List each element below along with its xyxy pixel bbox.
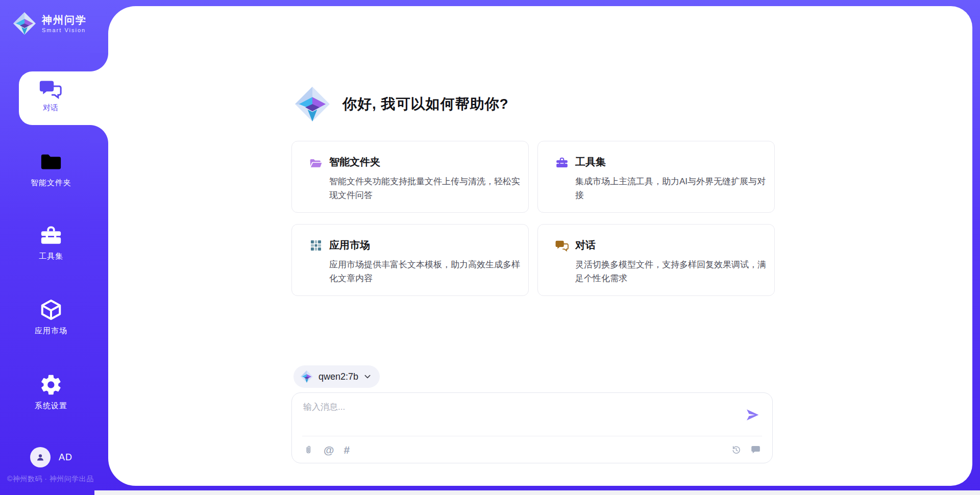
chat-bubbles-icon [555,239,569,252]
gem-logo-icon [293,85,331,123]
card-title: 工具集 [575,155,606,169]
model-selector[interactable]: qwen2:7b [293,365,380,388]
message-input[interactable] [303,401,727,431]
greeting: 你好, 我可以如何帮助你? [293,85,509,123]
sidebar-item-toolset[interactable]: 工具集 [0,224,102,261]
message-composer: @ # [291,392,773,463]
sidebar-item-label: 系统设置 [35,401,67,411]
cube-icon [39,298,63,321]
brand-subtitle: Smart Vision [42,27,87,33]
gem-logo-icon [300,370,313,383]
send-icon [745,407,760,423]
sidebar-item-chat[interactable]: 对话 [19,71,108,125]
card-app-market[interactable]: 应用市场 应用市场提供丰富长文本模板，助力高效生成多样化文章内容 [291,224,529,296]
chevron-down-icon [363,373,372,381]
at-mention-icon[interactable]: @ [324,444,334,455]
card-smart-folder[interactable]: 智能文件夹 智能文件夹功能支持批量文件上传与清洗，轻松实现文件问答 [291,141,529,213]
user-initials: AD [59,452,72,463]
person-icon [35,452,46,463]
sidebar-item-label: 应用市场 [35,326,67,336]
hash-topic-icon[interactable]: # [344,444,350,455]
avatar [30,447,51,467]
toolbox-icon [39,224,63,247]
user-account[interactable]: AD [30,447,72,467]
sidebar-item-label: 智能文件夹 [31,178,71,188]
sidebar-item-system-settings[interactable]: 系统设置 [0,373,102,411]
card-title: 应用市场 [329,238,370,252]
chat-icon [39,78,62,100]
card-description: 应用市场提供丰富长文本模板，助力高效生成多样化文章内容 [329,258,527,285]
folder-open-icon [309,156,323,168]
card-description: 集成市场上主流工具，助力AI与外界无缝扩展与对接 [575,175,773,202]
gem-logo-icon [12,11,37,36]
grid-tiles-icon [309,239,323,252]
brand-logo: 神州问学 Smart Vision [12,11,87,36]
card-title: 对话 [575,238,596,252]
history-icon[interactable] [731,444,742,455]
card-title: 智能文件夹 [329,155,380,169]
card-description: 智能文件夹功能支持批量文件上传与清洗，轻松实现文件问答 [329,175,527,202]
feature-cards: 智能文件夹 智能文件夹功能支持批量文件上传与清洗，轻松实现文件问答 工具集 集成… [291,141,775,296]
horizontal-scrollbar[interactable] [94,490,980,495]
briefcase-icon [555,156,569,168]
copyright-footer: ©神州数码 · 神州问学出品 [7,475,109,484]
card-chat[interactable]: 对话 灵活切换多模型文件，支持多样回复效果调试，满足个性化需求 [537,224,775,296]
send-button[interactable] [745,406,762,424]
folder-icon [39,150,63,174]
card-description: 灵活切换多模型文件，支持多样回复效果调试，满足个性化需求 [575,258,773,285]
sidebar-item-label: 对话 [43,103,58,113]
sidebar-item-label: 工具集 [39,252,63,261]
sidebar-item-app-market[interactable]: 应用市场 [0,298,102,336]
card-toolset[interactable]: 工具集 集成市场上主流工具，助力AI与外界无缝扩展与对接 [537,141,775,213]
composer-toolbar: @ # [303,436,761,463]
brand-name: 神州问学 [42,14,87,26]
attachment-paperclip-icon[interactable] [303,444,314,455]
greeting-text: 你好, 我可以如何帮助你? [342,94,509,114]
gear-icon [39,373,63,397]
model-name: qwen2:7b [318,372,358,382]
chat-bubble-solid-icon[interactable] [750,444,761,455]
sidebar-item-smart-folder[interactable]: 智能文件夹 [0,150,102,188]
